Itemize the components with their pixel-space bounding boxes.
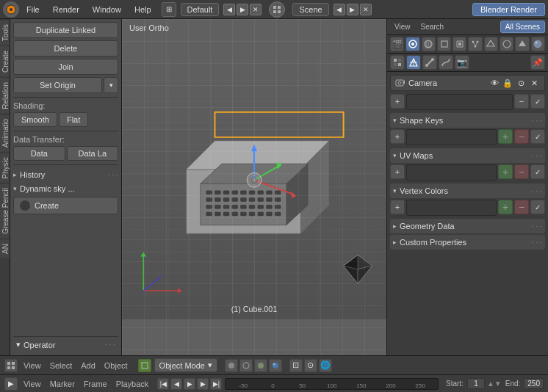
camera-row[interactable]: Camera 👁 🔒 ⊙ ✕ [390, 75, 545, 91]
shape-keys-header[interactable]: ▾ Shape Keys · · · [390, 113, 545, 128]
geometry-data-header[interactable]: ▸ Geometry Data · · · [390, 219, 545, 233]
uv-maps-v[interactable]: ✓ [530, 164, 545, 179]
custom-properties-header[interactable]: ▸ Custom Properties · · · [390, 235, 545, 250]
smooth-btn[interactable]: Smooth [13, 112, 57, 127]
nav-v[interactable]: ✓ [530, 94, 545, 109]
shape-keys-add[interactable]: + [390, 129, 405, 144]
menu-window[interactable]: Window [87, 4, 127, 15]
scene-add[interactable]: ✕ [360, 4, 372, 15]
menu-help[interactable]: Help [129, 4, 157, 15]
timeline-icon[interactable]: ▶ [4, 377, 18, 391]
icon-bone[interactable] [422, 55, 437, 70]
icon-modifier[interactable] [453, 37, 466, 51]
timeline-menu-view[interactable]: View [21, 378, 44, 390]
duplicate-linked-btn[interactable]: Duplicate Linked [13, 22, 118, 38]
layout-add[interactable]: ✕ [250, 4, 262, 15]
icon-camera-props[interactable]: 📷 [455, 55, 469, 70]
icon-pin[interactable]: 📌 [530, 55, 545, 70]
timeline-scrubber[interactable]: -50 0 50 100 150 200 250 [225, 378, 439, 390]
data-btn[interactable]: Data [13, 146, 65, 161]
vertex-colors-header[interactable]: ▾ Vertex Colors · · · [390, 184, 545, 198]
scene-prev[interactable]: ◀ [334, 4, 345, 15]
viewport-icon[interactable] [269, 1, 285, 18]
join-btn[interactable]: Join [13, 59, 118, 75]
tab-relations[interactable]: Relation [0, 77, 10, 114]
camera-render-icon[interactable]: ⊙ [515, 77, 527, 89]
icon-object-data[interactable] [515, 37, 529, 51]
next-frame-btn[interactable]: ▶ [197, 378, 209, 390]
icon-mesh[interactable] [406, 55, 421, 70]
shape-keys-minus[interactable]: − [514, 129, 529, 144]
nav-up[interactable]: + [390, 94, 405, 109]
icon-render[interactable] [405, 37, 419, 51]
icon-constraints[interactable] [500, 37, 513, 51]
uv-maps-plus[interactable]: + [498, 164, 513, 179]
viewport[interactable]: User Ortho [122, 19, 386, 355]
tab-search[interactable]: Search [417, 21, 449, 32]
tab-physics[interactable]: Physic [0, 152, 10, 183]
nav-minus[interactable]: − [514, 94, 529, 109]
tab-tools[interactable]: Tools [0, 19, 10, 46]
vp-menu-add[interactable]: Add [78, 360, 98, 371]
mode-selector[interactable]: Object Mode ▾ [154, 358, 217, 372]
camera-lock-icon[interactable]: 🔒 [502, 77, 513, 89]
dynamic-sky-header[interactable]: ▾ Dynamic sky ... [13, 183, 118, 195]
snap-btn[interactable]: ⊡ [289, 359, 303, 372]
icon-object[interactable] [437, 37, 451, 51]
tab-view[interactable]: View [390, 21, 415, 32]
vertex-colors-plus[interactable]: + [498, 200, 513, 214]
layout-prev[interactable]: ◀ [223, 4, 235, 15]
icon-world[interactable] [422, 37, 436, 51]
tab-an[interactable]: AN [0, 239, 10, 258]
tab-animation[interactable]: Animatio [0, 114, 10, 152]
render-engine-btn[interactable]: Blender Render [472, 3, 545, 16]
layout-next[interactable]: ▶ [237, 4, 248, 15]
vp-menu-object[interactable]: Object [101, 360, 131, 371]
camera-x-icon[interactable]: ✕ [528, 77, 540, 89]
icon-particles[interactable] [468, 37, 482, 51]
shape-keys-plus[interactable]: + [498, 129, 513, 144]
tab-create[interactable]: Create [0, 46, 10, 77]
play-btn[interactable]: ▶ [184, 378, 195, 390]
rendered-shading[interactable] [269, 359, 282, 372]
camera-view-icon[interactable]: 👁 [488, 77, 500, 89]
uv-maps-add[interactable]: + [390, 164, 405, 179]
scene-next[interactable]: ▶ [347, 4, 358, 15]
set-origin-arrow[interactable]: ▾ [104, 77, 118, 93]
all-scenes-btn[interactable]: All Scenes [500, 21, 545, 33]
tab-grease-pencil[interactable]: Grease Pencil [0, 183, 10, 239]
set-origin-btn[interactable]: Set Origin [13, 77, 102, 93]
menu-render[interactable]: Render [47, 4, 85, 15]
timeline-menu-frame[interactable]: Frame [81, 378, 110, 390]
prev-frame-btn[interactable]: ◀ [170, 378, 182, 390]
uv-maps-header[interactable]: ▾ UV Maps · · · [390, 148, 545, 163]
shape-keys-v[interactable]: ✓ [530, 129, 545, 144]
create-row[interactable]: Create [13, 197, 118, 214]
start-val[interactable]: 1 [467, 378, 485, 389]
history-header[interactable]: ▸ History · · · [13, 169, 118, 181]
data-la-btn[interactable]: Data La [67, 146, 119, 161]
delete-btn[interactable]: Delete [13, 40, 118, 57]
end-val[interactable]: 250 [524, 378, 544, 389]
scene-selector[interactable]: Scene [292, 3, 328, 16]
global-btn[interactable]: 🌐 [319, 359, 332, 372]
flat-btn[interactable]: Flat [59, 112, 88, 127]
vertex-colors-add[interactable]: + [390, 200, 405, 214]
icon-physics[interactable] [484, 37, 498, 51]
proportional-btn[interactable]: ⊙ [304, 359, 317, 372]
icon-materials[interactable] [531, 37, 545, 51]
vp-editor-icon[interactable] [4, 359, 18, 372]
vertex-colors-minus[interactable]: − [514, 200, 529, 214]
timeline-menu-marker[interactable]: Marker [47, 378, 78, 390]
vp-menu-view[interactable]: View [21, 360, 44, 371]
uv-maps-minus[interactable]: − [514, 164, 529, 179]
icon-texture[interactable] [390, 55, 405, 70]
vertex-colors-v[interactable]: ✓ [530, 200, 545, 214]
menu-file[interactable]: File [21, 4, 46, 15]
wire-shading[interactable] [239, 359, 253, 372]
blender-icon[interactable] [3, 1, 19, 18]
editor-type-icon[interactable]: ⊞ [162, 2, 176, 17]
texture-shading[interactable] [254, 359, 267, 372]
operator-header[interactable]: ▾ Operator · · · [16, 340, 115, 349]
layout-selector[interactable]: Default [181, 3, 220, 16]
